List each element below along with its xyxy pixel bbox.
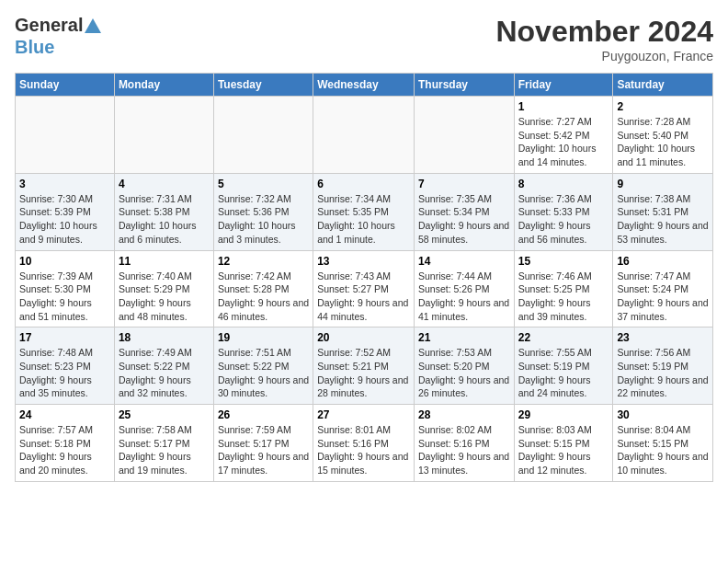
calendar-day-18: 18Sunrise: 7:49 AMSunset: 5:22 PMDayligh… <box>114 327 213 405</box>
calendar-week-row: 10Sunrise: 7:39 AMSunset: 5:30 PMDayligh… <box>16 250 713 327</box>
day-number: 1 <box>518 100 609 113</box>
day-number: 5 <box>218 178 309 190</box>
day-info: Sunrise: 7:55 AMSunset: 5:19 PMDaylight:… <box>518 346 609 400</box>
calendar-day-5: 5Sunrise: 7:32 AMSunset: 5:36 PMDaylight… <box>213 173 313 250</box>
calendar-day-15: 15Sunrise: 7:46 AMSunset: 5:25 PMDayligh… <box>514 250 613 327</box>
calendar-day-16: 16Sunrise: 7:47 AMSunset: 5:24 PMDayligh… <box>613 250 713 327</box>
page-header: General Blue November 2024 Puygouzon, Fr… <box>15 15 713 63</box>
day-number: 11 <box>119 255 210 268</box>
day-info: Sunrise: 7:32 AMSunset: 5:36 PMDaylight:… <box>218 192 309 247</box>
day-number: 18 <box>119 331 210 344</box>
day-info: Sunrise: 7:28 AMSunset: 5:40 PMDaylight:… <box>617 115 709 169</box>
calendar-day-20: 20Sunrise: 7:52 AMSunset: 5:21 PMDayligh… <box>313 327 415 405</box>
calendar-day-24: 24Sunrise: 7:57 AMSunset: 5:18 PMDayligh… <box>16 405 115 482</box>
calendar-empty-cell <box>213 97 313 174</box>
day-number: 17 <box>19 331 110 344</box>
calendar-day-12: 12Sunrise: 7:42 AMSunset: 5:28 PMDayligh… <box>213 250 313 327</box>
day-number: 10 <box>19 255 110 268</box>
calendar-day-30: 30Sunrise: 8:04 AMSunset: 5:15 PMDayligh… <box>613 405 713 482</box>
title-area: November 2024 Puygouzon, France <box>495 15 713 63</box>
calendar-day-23: 23Sunrise: 7:56 AMSunset: 5:19 PMDayligh… <box>613 327 713 405</box>
calendar-day-1: 1Sunrise: 7:27 AMSunset: 5:42 PMDaylight… <box>514 97 613 174</box>
day-number: 23 <box>617 331 709 344</box>
day-number: 19 <box>218 331 309 344</box>
day-info: Sunrise: 7:30 AMSunset: 5:39 PMDaylight:… <box>19 192 110 247</box>
location: Puygouzon, France <box>495 49 713 63</box>
day-info: Sunrise: 7:40 AMSunset: 5:29 PMDaylight:… <box>119 270 210 324</box>
day-info: Sunrise: 7:35 AMSunset: 5:34 PMDaylight:… <box>418 192 510 247</box>
calendar-day-6: 6Sunrise: 7:34 AMSunset: 5:35 PMDaylight… <box>313 173 415 250</box>
header-saturday: Saturday <box>613 74 713 97</box>
day-info: Sunrise: 7:48 AMSunset: 5:23 PMDaylight:… <box>19 346 110 400</box>
calendar-day-19: 19Sunrise: 7:51 AMSunset: 5:22 PMDayligh… <box>213 327 313 405</box>
logo-subtext: Blue <box>15 37 103 58</box>
svg-marker-0 <box>85 18 101 33</box>
calendar-day-8: 8Sunrise: 7:36 AMSunset: 5:33 PMDaylight… <box>514 173 613 250</box>
calendar-empty-cell <box>16 97 115 174</box>
calendar-day-11: 11Sunrise: 7:40 AMSunset: 5:29 PMDayligh… <box>114 250 213 327</box>
day-info: Sunrise: 7:39 AMSunset: 5:30 PMDaylight:… <box>19 270 110 324</box>
calendar-day-13: 13Sunrise: 7:43 AMSunset: 5:27 PMDayligh… <box>313 250 415 327</box>
day-info: Sunrise: 8:04 AMSunset: 5:15 PMDaylight:… <box>617 423 709 477</box>
day-info: Sunrise: 8:02 AMSunset: 5:16 PMDaylight:… <box>418 423 510 477</box>
day-info: Sunrise: 7:42 AMSunset: 5:28 PMDaylight:… <box>218 270 309 324</box>
calendar-day-2: 2Sunrise: 7:28 AMSunset: 5:40 PMDaylight… <box>613 97 713 174</box>
header-wednesday: Wednesday <box>313 74 415 97</box>
day-info: Sunrise: 7:53 AMSunset: 5:20 PMDaylight:… <box>418 346 510 400</box>
calendar-day-4: 4Sunrise: 7:31 AMSunset: 5:38 PMDaylight… <box>114 173 213 250</box>
day-number: 13 <box>317 255 410 268</box>
day-info: Sunrise: 7:58 AMSunset: 5:17 PMDaylight:… <box>119 423 210 477</box>
calendar-day-22: 22Sunrise: 7:55 AMSunset: 5:19 PMDayligh… <box>514 327 613 405</box>
day-info: Sunrise: 7:46 AMSunset: 5:25 PMDaylight:… <box>518 270 609 324</box>
day-info: Sunrise: 7:27 AMSunset: 5:42 PMDaylight:… <box>518 115 609 169</box>
day-number: 9 <box>617 178 709 190</box>
day-number: 21 <box>418 331 510 344</box>
day-number: 28 <box>418 408 510 421</box>
day-info: Sunrise: 7:36 AMSunset: 5:33 PMDaylight:… <box>518 192 609 247</box>
day-number: 14 <box>418 255 510 268</box>
day-info: Sunrise: 7:49 AMSunset: 5:22 PMDaylight:… <box>119 346 210 400</box>
header-friday: Friday <box>514 74 613 97</box>
calendar-empty-cell <box>414 97 514 174</box>
day-number: 25 <box>119 408 210 421</box>
day-number: 20 <box>317 331 410 344</box>
day-number: 4 <box>119 178 210 190</box>
calendar-empty-cell <box>114 97 213 174</box>
calendar-header-row: SundayMondayTuesdayWednesdayThursdayFrid… <box>16 74 713 97</box>
day-number: 12 <box>218 255 309 268</box>
day-number: 26 <box>218 408 309 421</box>
day-info: Sunrise: 7:56 AMSunset: 5:19 PMDaylight:… <box>617 346 709 400</box>
day-info: Sunrise: 7:59 AMSunset: 5:17 PMDaylight:… <box>218 423 309 477</box>
calendar-table: SundayMondayTuesdayWednesdayThursdayFrid… <box>15 73 713 482</box>
calendar-day-14: 14Sunrise: 7:44 AMSunset: 5:26 PMDayligh… <box>414 250 514 327</box>
calendar-day-17: 17Sunrise: 7:48 AMSunset: 5:23 PMDayligh… <box>16 327 115 405</box>
day-number: 2 <box>617 100 709 113</box>
day-number: 29 <box>518 408 609 421</box>
day-info: Sunrise: 7:38 AMSunset: 5:31 PMDaylight:… <box>617 192 709 247</box>
day-number: 15 <box>518 255 609 268</box>
calendar-day-21: 21Sunrise: 7:53 AMSunset: 5:20 PMDayligh… <box>414 327 514 405</box>
calendar-day-29: 29Sunrise: 8:03 AMSunset: 5:15 PMDayligh… <box>514 405 613 482</box>
day-number: 30 <box>617 408 709 421</box>
logo: General Blue <box>15 15 103 58</box>
calendar-day-25: 25Sunrise: 7:58 AMSunset: 5:17 PMDayligh… <box>114 405 213 482</box>
calendar-day-27: 27Sunrise: 8:01 AMSunset: 5:16 PMDayligh… <box>313 405 415 482</box>
day-info: Sunrise: 7:43 AMSunset: 5:27 PMDaylight:… <box>317 270 410 324</box>
day-info: Sunrise: 7:52 AMSunset: 5:21 PMDaylight:… <box>317 346 410 400</box>
calendar-week-row: 3Sunrise: 7:30 AMSunset: 5:39 PMDaylight… <box>16 173 713 250</box>
day-info: Sunrise: 8:01 AMSunset: 5:16 PMDaylight:… <box>317 423 410 477</box>
calendar-day-7: 7Sunrise: 7:35 AMSunset: 5:34 PMDaylight… <box>414 173 514 250</box>
calendar-empty-cell <box>313 97 415 174</box>
day-number: 16 <box>617 255 709 268</box>
day-info: Sunrise: 7:34 AMSunset: 5:35 PMDaylight:… <box>317 192 410 247</box>
header-sunday: Sunday <box>16 74 115 97</box>
day-number: 22 <box>518 331 609 344</box>
calendar-day-26: 26Sunrise: 7:59 AMSunset: 5:17 PMDayligh… <box>213 405 313 482</box>
calendar-day-3: 3Sunrise: 7:30 AMSunset: 5:39 PMDaylight… <box>16 173 115 250</box>
calendar-week-row: 24Sunrise: 7:57 AMSunset: 5:18 PMDayligh… <box>16 405 713 482</box>
calendar-day-10: 10Sunrise: 7:39 AMSunset: 5:30 PMDayligh… <box>16 250 115 327</box>
day-info: Sunrise: 7:47 AMSunset: 5:24 PMDaylight:… <box>617 270 709 324</box>
day-info: Sunrise: 7:31 AMSunset: 5:38 PMDaylight:… <box>119 192 210 247</box>
day-number: 24 <box>19 408 110 421</box>
day-number: 6 <box>317 178 410 190</box>
